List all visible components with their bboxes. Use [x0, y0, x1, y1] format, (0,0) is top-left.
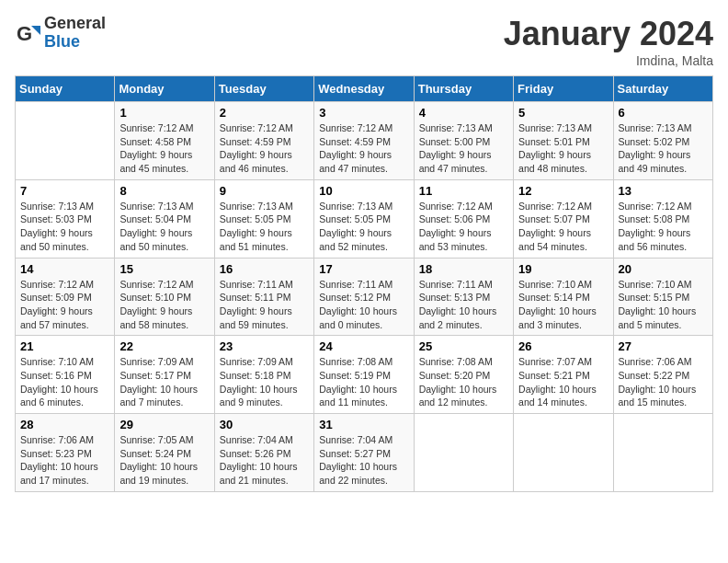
day-number: 13 [619, 184, 708, 198]
day-number: 22 [119, 339, 209, 353]
day-number: 16 [220, 262, 309, 276]
day-info: Sunrise: 7:12 AM Sunset: 5:08 PM Dayligh… [619, 200, 708, 254]
weekday-header-thursday: Thursday [414, 76, 513, 102]
day-info: Sunrise: 7:10 AM Sunset: 5:15 PM Dayligh… [619, 278, 708, 332]
weekday-row: SundayMondayTuesdayWednesdayThursdayFrid… [16, 76, 713, 102]
calendar-body: 1Sunrise: 7:12 AM Sunset: 4:58 PM Daylig… [16, 102, 713, 492]
calendar-cell: 7Sunrise: 7:13 AM Sunset: 5:03 PM Daylig… [16, 179, 115, 258]
calendar-cell: 3Sunrise: 7:12 AM Sunset: 4:59 PM Daylig… [314, 102, 414, 180]
day-info: Sunrise: 7:11 AM Sunset: 5:12 PM Dayligh… [319, 278, 408, 332]
calendar-cell: 26Sunrise: 7:07 AM Sunset: 5:21 PM Dayli… [514, 336, 613, 414]
logo: G GeneralBlue [15, 15, 106, 52]
calendar-cell: 5Sunrise: 7:13 AM Sunset: 5:01 PM Daylig… [514, 102, 613, 180]
day-info: Sunrise: 7:13 AM Sunset: 5:00 PM Dayligh… [419, 121, 508, 176]
calendar-header: SundayMondayTuesdayWednesdayThursdayFrid… [16, 76, 713, 102]
day-number: 19 [518, 262, 608, 276]
calendar-cell: 10Sunrise: 7:13 AM Sunset: 5:05 PM Dayli… [314, 179, 414, 258]
calendar-cell: 1Sunrise: 7:12 AM Sunset: 4:58 PM Daylig… [115, 102, 214, 180]
calendar-cell: 24Sunrise: 7:08 AM Sunset: 5:19 PM Dayli… [314, 336, 414, 414]
month-title: January 2024 [504, 15, 713, 53]
day-number: 27 [619, 339, 708, 353]
day-number: 12 [518, 184, 608, 198]
day-info: Sunrise: 7:12 AM Sunset: 4:59 PM Dayligh… [319, 121, 408, 176]
day-number: 5 [518, 106, 608, 120]
day-number: 14 [20, 262, 109, 276]
calendar-cell: 16Sunrise: 7:11 AM Sunset: 5:11 PM Dayli… [214, 258, 313, 336]
title-block: January 2024 Imdina, Malta [504, 15, 713, 68]
calendar-cell [613, 414, 712, 492]
calendar-cell: 9Sunrise: 7:13 AM Sunset: 5:05 PM Daylig… [214, 179, 313, 258]
day-number: 9 [220, 184, 309, 198]
calendar-cell: 31Sunrise: 7:04 AM Sunset: 5:27 PM Dayli… [314, 414, 414, 492]
day-info: Sunrise: 7:13 AM Sunset: 5:01 PM Dayligh… [518, 121, 608, 176]
calendar-cell: 30Sunrise: 7:04 AM Sunset: 5:26 PM Dayli… [214, 414, 313, 492]
day-info: Sunrise: 7:11 AM Sunset: 5:13 PM Dayligh… [419, 278, 508, 332]
day-info: Sunrise: 7:12 AM Sunset: 5:06 PM Dayligh… [419, 200, 508, 254]
day-number: 18 [419, 262, 508, 276]
day-info: Sunrise: 7:13 AM Sunset: 5:02 PM Dayligh… [619, 121, 708, 176]
calendar-cell: 11Sunrise: 7:12 AM Sunset: 5:06 PM Dayli… [414, 179, 513, 258]
weekday-header-wednesday: Wednesday [314, 76, 414, 102]
day-info: Sunrise: 7:10 AM Sunset: 5:14 PM Dayligh… [518, 278, 608, 332]
day-info: Sunrise: 7:13 AM Sunset: 5:04 PM Dayligh… [119, 200, 209, 254]
day-info: Sunrise: 7:08 AM Sunset: 5:19 PM Dayligh… [319, 355, 408, 409]
day-info: Sunrise: 7:12 AM Sunset: 5:07 PM Dayligh… [518, 200, 608, 254]
svg-text:G: G [17, 22, 32, 45]
day-number: 3 [319, 106, 408, 120]
day-number: 25 [419, 339, 508, 353]
day-info: Sunrise: 7:13 AM Sunset: 5:03 PM Dayligh… [20, 200, 109, 254]
day-number: 4 [419, 106, 508, 120]
day-info: Sunrise: 7:04 AM Sunset: 5:27 PM Dayligh… [319, 433, 408, 488]
day-info: Sunrise: 7:05 AM Sunset: 5:24 PM Dayligh… [119, 433, 209, 488]
day-info: Sunrise: 7:11 AM Sunset: 5:11 PM Dayligh… [220, 278, 309, 332]
day-number: 1 [119, 106, 209, 120]
calendar-cell [514, 414, 613, 492]
day-number: 31 [319, 418, 408, 431]
day-info: Sunrise: 7:06 AM Sunset: 5:22 PM Dayligh… [619, 355, 708, 409]
day-number: 10 [319, 184, 408, 198]
day-info: Sunrise: 7:12 AM Sunset: 5:10 PM Dayligh… [119, 278, 209, 332]
calendar-cell: 2Sunrise: 7:12 AM Sunset: 4:59 PM Daylig… [214, 102, 313, 180]
day-info: Sunrise: 7:13 AM Sunset: 5:05 PM Dayligh… [220, 200, 309, 254]
calendar-table: SundayMondayTuesdayWednesdayThursdayFrid… [15, 75, 713, 492]
calendar-cell: 21Sunrise: 7:10 AM Sunset: 5:16 PM Dayli… [16, 336, 115, 414]
calendar-cell: 22Sunrise: 7:09 AM Sunset: 5:17 PM Dayli… [115, 336, 214, 414]
weekday-header-sunday: Sunday [16, 76, 115, 102]
day-info: Sunrise: 7:12 AM Sunset: 4:58 PM Dayligh… [119, 121, 209, 176]
day-info: Sunrise: 7:12 AM Sunset: 5:09 PM Dayligh… [20, 278, 109, 332]
weekday-header-tuesday: Tuesday [214, 76, 313, 102]
day-info: Sunrise: 7:13 AM Sunset: 5:05 PM Dayligh… [319, 200, 408, 254]
calendar-cell: 14Sunrise: 7:12 AM Sunset: 5:09 PM Dayli… [16, 258, 115, 336]
logo-text: GeneralBlue [44, 15, 106, 52]
day-number: 8 [119, 184, 209, 198]
day-number: 30 [220, 418, 309, 431]
calendar-cell: 6Sunrise: 7:13 AM Sunset: 5:02 PM Daylig… [613, 102, 712, 180]
day-number: 7 [20, 184, 109, 198]
calendar-cell [16, 102, 115, 180]
day-info: Sunrise: 7:09 AM Sunset: 5:18 PM Dayligh… [220, 355, 309, 409]
day-info: Sunrise: 7:06 AM Sunset: 5:23 PM Dayligh… [20, 433, 109, 488]
day-info: Sunrise: 7:08 AM Sunset: 5:20 PM Dayligh… [419, 355, 508, 409]
day-number: 2 [220, 106, 309, 120]
calendar-cell: 25Sunrise: 7:08 AM Sunset: 5:20 PM Dayli… [414, 336, 513, 414]
calendar-cell: 13Sunrise: 7:12 AM Sunset: 5:08 PM Dayli… [613, 179, 712, 258]
logo-icon: G [15, 20, 40, 46]
day-info: Sunrise: 7:04 AM Sunset: 5:26 PM Dayligh… [220, 433, 309, 488]
day-number: 29 [119, 418, 209, 431]
day-info: Sunrise: 7:07 AM Sunset: 5:21 PM Dayligh… [518, 355, 608, 409]
calendar-week-3: 14Sunrise: 7:12 AM Sunset: 5:09 PM Dayli… [16, 258, 713, 336]
page-header: G GeneralBlue January 2024 Imdina, Malta [15, 15, 713, 68]
svg-marker-1 [31, 26, 40, 35]
calendar-cell: 17Sunrise: 7:11 AM Sunset: 5:12 PM Dayli… [314, 258, 414, 336]
day-number: 23 [220, 339, 309, 353]
calendar-cell: 19Sunrise: 7:10 AM Sunset: 5:14 PM Dayli… [514, 258, 613, 336]
day-number: 17 [319, 262, 408, 276]
day-number: 26 [518, 339, 608, 353]
calendar-cell: 8Sunrise: 7:13 AM Sunset: 5:04 PM Daylig… [115, 179, 214, 258]
day-number: 6 [619, 106, 708, 120]
calendar-cell: 18Sunrise: 7:11 AM Sunset: 5:13 PM Dayli… [414, 258, 513, 336]
calendar-week-4: 21Sunrise: 7:10 AM Sunset: 5:16 PM Dayli… [16, 336, 713, 414]
weekday-header-saturday: Saturday [613, 76, 712, 102]
day-info: Sunrise: 7:09 AM Sunset: 5:17 PM Dayligh… [119, 355, 209, 409]
calendar-week-2: 7Sunrise: 7:13 AM Sunset: 5:03 PM Daylig… [16, 179, 713, 258]
